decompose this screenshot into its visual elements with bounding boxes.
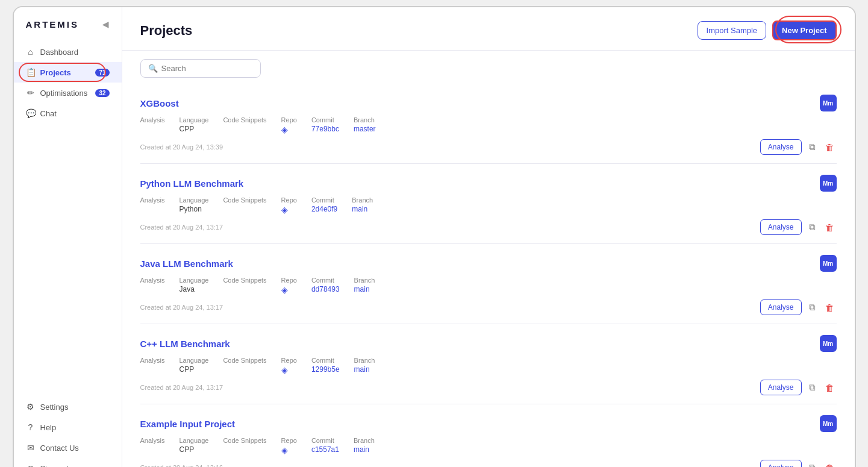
search-bar: 🔍 xyxy=(122,51,855,84)
project-actions-python-llm: Analyse ⧉ 🗑 xyxy=(760,219,837,235)
sidebar-item-contact[interactable]: ✉ Contact Us xyxy=(14,437,122,458)
sidebar-label-signout: Sign out xyxy=(40,464,69,468)
meta-snippets-cpp-llm: Code Snippets xyxy=(223,357,266,364)
sidebar-item-settings[interactable]: ⚙ Settings xyxy=(14,396,122,417)
delete-button-xgboost[interactable]: 🗑 xyxy=(823,140,837,155)
project-card-cpp-llm: C++ LLM Benchmark Mm Analysis Language C… xyxy=(140,324,837,404)
meta-analysis-xgboost: Analysis xyxy=(140,116,165,124)
meta-branch-python-llm: Branch main xyxy=(352,196,373,213)
delete-button-example-input[interactable]: 🗑 xyxy=(823,460,837,468)
meta-snippets-python-llm: Code Snippets xyxy=(223,196,266,204)
analyse-button-example-input[interactable]: Analyse xyxy=(760,460,802,467)
project-name-example-input[interactable]: Example Input Project xyxy=(140,419,236,429)
project-avatar-example-input: Mm xyxy=(820,415,837,432)
analyse-button-java-llm[interactable]: Analyse xyxy=(760,299,802,315)
projects-icon: 📋 xyxy=(26,67,36,77)
sidebar-item-signout[interactable]: ⊖ Sign out xyxy=(14,458,122,467)
search-icon: 🔍 xyxy=(148,64,158,73)
signout-icon: ⊖ xyxy=(26,463,36,467)
project-bottom-java-llm: Created at 20 Aug 24, 13:17 Analyse ⧉ 🗑 xyxy=(140,299,837,315)
meta-language-example-input: Language CPP xyxy=(179,437,208,454)
collapse-button[interactable]: ◀ xyxy=(102,20,110,29)
project-name-java-llm[interactable]: Java LLM Benchmark xyxy=(140,259,233,269)
project-date-xgboost: Created at 20 Aug 24, 13:39 xyxy=(140,143,223,151)
meta-commit-java-llm: Commit dd78493 xyxy=(311,277,340,293)
main-header: Projects Import Sample New Project xyxy=(122,7,855,51)
project-card-java-llm: Java LLM Benchmark Mm Analysis Language … xyxy=(140,244,837,324)
meta-commit-python-llm: Commit 2d4e0f9 xyxy=(311,196,337,213)
project-avatar-python-llm: Mm xyxy=(820,175,837,192)
project-meta-cpp-llm: Analysis Language CPP Code Snippets Repo… xyxy=(140,357,837,375)
meta-commit-example-input: Commit c1557a1 xyxy=(311,437,339,454)
meta-language-xgboost: Language CPP xyxy=(179,116,208,133)
copy-button-java-llm[interactable]: ⧉ xyxy=(807,299,818,315)
delete-button-java-llm[interactable]: 🗑 xyxy=(823,300,837,315)
copy-button-cpp-llm[interactable]: ⧉ xyxy=(807,380,818,395)
project-actions-cpp-llm: Analyse ⧉ 🗑 xyxy=(760,380,837,395)
project-date-python-llm: Created at 20 Aug 24, 13:17 xyxy=(140,224,223,231)
sidebar-label-chat: Chat xyxy=(40,109,57,118)
sidebar: ARTEMIS ◀ ⌂ Dashboard 📋 Projects 71 ✏ Op… xyxy=(14,7,122,467)
project-name-xgboost[interactable]: XGBoost xyxy=(140,98,179,108)
meta-repo-xgboost: Repo ◈ xyxy=(281,116,297,134)
search-input-wrap[interactable]: 🔍 xyxy=(140,59,261,78)
analyse-button-cpp-llm[interactable]: Analyse xyxy=(760,380,802,395)
project-top-xgboost: XGBoost Mm xyxy=(140,95,837,111)
logo: ARTEMIS ◀ xyxy=(14,19,122,42)
project-top-cpp-llm: C++ LLM Benchmark Mm xyxy=(140,335,837,352)
project-meta-python-llm: Analysis Language Python Code Snippets R… xyxy=(140,196,837,215)
meta-commit-cpp-llm: Commit 1299b5e xyxy=(311,357,340,374)
project-bottom-xgboost: Created at 20 Aug 24, 13:39 Analyse ⧉ 🗑 xyxy=(140,139,837,155)
sidebar-item-projects[interactable]: 📋 Projects 71 xyxy=(14,62,122,83)
home-icon: ⌂ xyxy=(26,47,36,57)
app-window: ARTEMIS ◀ ⌂ Dashboard 📋 Projects 71 ✏ Op… xyxy=(13,6,856,467)
optimisations-badge: 32 xyxy=(95,89,109,97)
project-bottom-cpp-llm: Created at 20 Aug 24, 13:17 Analyse ⧉ 🗑 xyxy=(140,380,837,395)
project-name-python-llm[interactable]: Python LLM Benchmark xyxy=(140,178,244,189)
project-card-example-input: Example Input Project Mm Analysis Langua… xyxy=(140,404,837,467)
delete-button-python-llm[interactable]: 🗑 xyxy=(823,220,837,235)
import-sample-button[interactable]: Import Sample xyxy=(698,21,767,40)
meta-branch-java-llm: Branch main xyxy=(354,277,375,293)
meta-branch-example-input: Branch main xyxy=(354,437,375,454)
delete-button-cpp-llm[interactable]: 🗑 xyxy=(823,380,837,395)
new-project-button[interactable]: New Project xyxy=(772,20,836,40)
page-title: Projects xyxy=(140,23,193,39)
meta-branch-xgboost: Branch master xyxy=(354,116,376,133)
meta-language-java-llm: Language Java xyxy=(179,277,208,293)
project-avatar-cpp-llm: Mm xyxy=(820,335,837,352)
copy-button-python-llm[interactable]: ⧉ xyxy=(807,219,818,235)
projects-badge: 71 xyxy=(95,69,109,77)
repo-icon-python-llm: ◈ xyxy=(281,205,297,215)
project-card-python-llm: Python LLM Benchmark Mm Analysis Languag… xyxy=(140,164,837,244)
project-meta-example-input: Analysis Language CPP Code Snippets Repo… xyxy=(140,437,837,455)
meta-language-python-llm: Language Python xyxy=(179,196,208,213)
repo-icon-cpp-llm: ◈ xyxy=(281,365,297,375)
contact-icon: ✉ xyxy=(26,443,36,453)
meta-analysis-python-llm: Analysis xyxy=(140,196,165,204)
project-top-java-llm: Java LLM Benchmark Mm xyxy=(140,255,837,272)
project-name-cpp-llm[interactable]: C++ LLM Benchmark xyxy=(140,339,230,349)
project-date-example-input: Created at 20 Aug 24, 13:16 xyxy=(140,464,223,467)
sidebar-label-optimisations: Optimisations xyxy=(40,89,88,98)
analyse-button-python-llm[interactable]: Analyse xyxy=(760,219,802,235)
project-top-example-input: Example Input Project Mm xyxy=(140,415,837,432)
repo-icon-xgboost: ◈ xyxy=(281,125,297,134)
analyse-button-xgboost[interactable]: Analyse xyxy=(760,139,802,155)
search-input[interactable] xyxy=(161,64,253,73)
sidebar-item-dashboard[interactable]: ⌂ Dashboard xyxy=(14,42,122,62)
copy-button-xgboost[interactable]: ⧉ xyxy=(807,139,818,155)
project-top-python-llm: Python LLM Benchmark Mm xyxy=(140,175,837,192)
project-avatar-xgboost: Mm xyxy=(820,95,837,111)
copy-button-example-input[interactable]: ⧉ xyxy=(807,460,818,467)
projects-list: XGBoost Mm Analysis Language CPP Code Sn… xyxy=(122,84,855,467)
sidebar-item-help[interactable]: ? Help xyxy=(14,417,122,437)
meta-snippets-xgboost: Code Snippets xyxy=(223,116,266,124)
meta-repo-java-llm: Repo ◈ xyxy=(281,277,297,295)
sidebar-label-projects: Projects xyxy=(40,68,71,77)
meta-repo-cpp-llm: Repo ◈ xyxy=(281,357,297,375)
nav-section: ⌂ Dashboard 📋 Projects 71 ✏ Optimisation… xyxy=(14,42,122,396)
sidebar-item-optimisations[interactable]: ✏ Optimisations 32 xyxy=(14,83,122,103)
sidebar-item-chat[interactable]: 💬 Chat xyxy=(14,103,122,124)
meta-snippets-example-input: Code Snippets xyxy=(223,437,266,444)
